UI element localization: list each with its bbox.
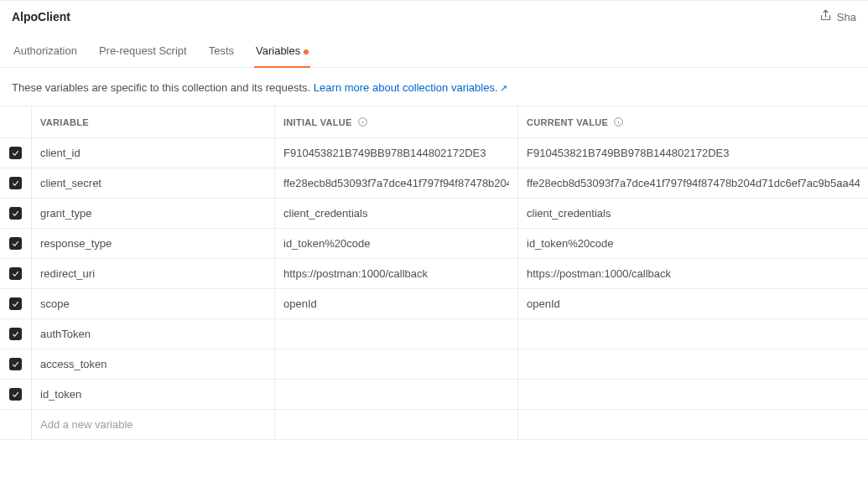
row-checkbox-cell [0, 349, 32, 380]
tabs: Authorization Pre-request Script Tests V… [0, 36, 868, 68]
tab-authorization[interactable]: Authorization [12, 36, 79, 67]
tab-label: Tests [209, 44, 234, 57]
learn-more-link[interactable]: Learn more about collection variables. [314, 81, 498, 94]
initial-value-cell[interactable]: F910453821B749BB978B144802172DE3 [275, 138, 518, 168]
initial-value-cell[interactable] [275, 410, 518, 440]
tab-prerequest-script[interactable]: Pre-request Script [97, 36, 189, 67]
info-icon[interactable] [613, 116, 624, 127]
row-checkbox-cell [0, 380, 32, 410]
row-checkbox[interactable] [9, 147, 22, 159]
add-variable-row[interactable]: Add a new variable [0, 410, 868, 440]
initial-value-cell[interactable]: client_credentials [275, 199, 518, 229]
header-row: AlpoClient Sha [0, 1, 868, 31]
unsaved-dot-icon [304, 49, 309, 54]
current-value-cell[interactable] [518, 319, 868, 349]
variable-name-cell[interactable]: authToken [32, 319, 275, 349]
current-value-cell[interactable]: client_credentials [518, 199, 868, 229]
tab-label: Variables [256, 44, 300, 57]
header-initial-value: INITIAL VALUE [275, 106, 518, 138]
table-row: client_id F910453821B749BB978B144802172D… [0, 138, 868, 168]
header-variable: VARIABLE [32, 106, 275, 138]
variable-name-cell[interactable]: client_secret [32, 168, 275, 199]
table-row: id_token [0, 380, 868, 410]
tab-tests[interactable]: Tests [207, 36, 236, 67]
variable-name-cell[interactable]: redirect_uri [32, 259, 275, 289]
collection-title[interactable]: AlpoClient [12, 10, 70, 23]
variable-name-cell[interactable]: access_token [32, 349, 275, 380]
share-label: Sha [837, 11, 856, 23]
current-value-cell[interactable] [518, 380, 868, 410]
row-checkbox-cell [0, 289, 32, 319]
header-checkbox-cell [0, 106, 32, 138]
external-link-icon: ↗ [500, 83, 507, 93]
row-checkbox-cell [0, 199, 32, 229]
variable-name-cell[interactable]: id_token [32, 380, 275, 410]
collection-editor: AlpoClient Sha Authorization Pre-request… [0, 0, 868, 481]
table-row: redirect_uri https://postman:1000/callba… [0, 259, 868, 289]
variable-name-cell[interactable]: grant_type [32, 199, 275, 229]
initial-value-cell[interactable]: openId [275, 289, 518, 319]
table-row: grant_type client_credentials client_cre… [0, 199, 868, 229]
current-value-cell[interactable]: F910453821B749BB978B144802172DE3 [518, 138, 868, 168]
initial-value-cell[interactable] [275, 319, 518, 349]
share-icon [819, 9, 832, 24]
tab-label: Authorization [13, 44, 77, 57]
row-checkbox[interactable] [9, 358, 22, 370]
row-checkbox[interactable] [9, 328, 22, 340]
initial-value-cell[interactable]: https://postman:1000/callback [275, 259, 518, 289]
current-value-cell[interactable] [518, 410, 868, 440]
row-checkbox[interactable] [9, 297, 22, 310]
row-checkbox-cell [0, 259, 32, 289]
row-checkbox[interactable] [9, 267, 22, 280]
variables-description: These variables are specific to this col… [0, 68, 868, 106]
share-button[interactable]: Sha [819, 9, 856, 24]
initial-value-cell[interactable] [275, 380, 518, 410]
current-value-cell[interactable]: id_token%20code [518, 229, 868, 259]
initial-value-cell[interactable]: id_token%20code [275, 229, 518, 259]
table-row: access_token [0, 349, 868, 380]
row-checkbox[interactable] [9, 177, 22, 189]
initial-value-cell[interactable] [275, 349, 518, 380]
variable-name-cell[interactable]: response_type [32, 229, 275, 259]
table-row: scope openId openId [0, 289, 868, 319]
row-checkbox-cell [0, 410, 32, 440]
variable-name-cell[interactable]: client_id [32, 138, 275, 168]
row-checkbox[interactable] [9, 207, 22, 220]
table-row: response_type id_token%20code id_token%2… [0, 229, 868, 259]
initial-value-cell[interactable]: ffe28ecb8d53093f7a7dce41f797f94f87478b20… [275, 168, 518, 199]
current-value-cell[interactable]: https://postman:1000/callback [518, 259, 868, 289]
description-text: These variables are specific to this col… [12, 81, 310, 94]
row-checkbox-cell [0, 168, 32, 199]
row-checkbox-cell [0, 138, 32, 168]
row-checkbox[interactable] [9, 237, 22, 250]
variables-table: VARIABLE INITIAL VALUE CURRENT VALUE cli… [0, 106, 868, 440]
add-variable-input[interactable]: Add a new variable [32, 410, 275, 440]
table-row: authToken [0, 319, 868, 349]
table-header-row: VARIABLE INITIAL VALUE CURRENT VALUE [0, 106, 868, 138]
row-checkbox-cell [0, 229, 32, 259]
current-value-cell[interactable] [518, 349, 868, 380]
info-icon[interactable] [357, 116, 368, 127]
tab-label: Pre-request Script [99, 44, 187, 57]
current-value-cell[interactable]: ffe28ecb8d53093f7a7dce41f797f94f87478b20… [518, 168, 868, 199]
table-row: client_secret ffe28ecb8d53093f7a7dce41f7… [0, 168, 868, 199]
row-checkbox[interactable] [9, 388, 22, 401]
tab-variables[interactable]: Variables [254, 36, 310, 67]
header-current-value: CURRENT VALUE [518, 106, 868, 138]
row-checkbox-cell [0, 319, 32, 349]
current-value-cell[interactable]: openId [518, 289, 868, 319]
variable-name-cell[interactable]: scope [32, 289, 275, 319]
